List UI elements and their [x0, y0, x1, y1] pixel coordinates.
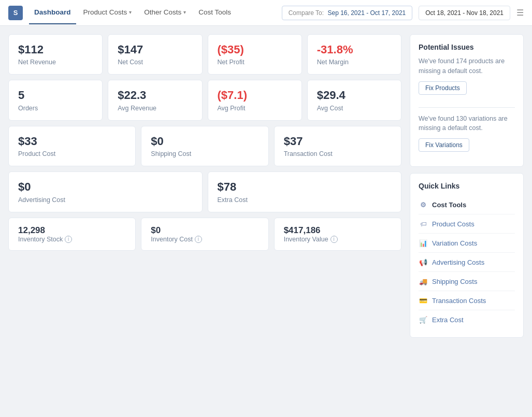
nav-dashboard-label: Dashboard [34, 8, 71, 16]
avg-revenue-label: Avg Revenue [118, 105, 192, 112]
inventory-value-text: Inventory Value [284, 236, 328, 243]
compare-date-value: Sep 16, 2021 - Oct 17, 2021 [327, 9, 406, 17]
quick-link-transaction-costs[interactable]: 💳 Transaction Costs [419, 291, 515, 310]
quick-link-extra-cost-label: Extra Cost [432, 316, 464, 324]
inventory-row: 12,298 Inventory Stock i $0 Inventory Co… [8, 218, 401, 251]
extra-cost-card: $78 Extra Cost [208, 171, 402, 212]
product-cost-card: $33 Product Cost [8, 126, 136, 166]
nav-other-costs-label: Other Costs [144, 8, 181, 16]
quick-link-advertising-costs[interactable]: 📢 Advertising Costs [419, 253, 515, 272]
costs-row-2: $0 Advertising Cost $78 Extra Cost [8, 171, 401, 212]
quick-link-advertising-costs-label: Advertising Costs [432, 258, 484, 266]
costs-row-1: $33 Product Cost $0 Shipping Cost $37 Tr… [8, 126, 401, 166]
inventory-stock-label: Inventory Stock i [18, 236, 72, 243]
orders-value: 5 [18, 89, 93, 102]
nav-cost-tools[interactable]: Cost Tools [193, 1, 236, 24]
inventory-stock-text: Inventory Stock [18, 236, 63, 243]
net-cost-value: $147 [118, 43, 192, 56]
sidebar: Potential Issues We've found 174 product… [410, 34, 524, 344]
truck-icon: 🚚 [419, 277, 428, 286]
transaction-cost-card: $37 Transaction Cost [274, 126, 401, 166]
avg-cost-label: Avg Cost [317, 105, 392, 112]
fix-products-button[interactable]: Fix Products [419, 81, 467, 95]
transaction-cost-value: $37 [284, 135, 392, 148]
avg-cost-card: $29.4 Avg Cost [307, 80, 401, 120]
shipping-cost-card: $0 Shipping Cost [141, 126, 268, 166]
quick-link-extra-cost[interactable]: 🛒 Extra Cost [419, 310, 515, 329]
inventory-stock-value: 12,298 [18, 225, 45, 236]
quick-link-shipping-costs[interactable]: 🚚 Shipping Costs [419, 272, 515, 291]
inventory-stock-info-icon[interactable]: i [65, 236, 72, 243]
net-profit-value: ($35) [218, 43, 292, 56]
quick-links-card: Quick Links ⚙ Cost Tools 🏷 Product Costs… [410, 173, 524, 338]
quick-link-cost-tools-label: Cost Tools [432, 201, 466, 209]
avg-profit-value: ($7.1) [218, 89, 292, 102]
page-content: $112 Net Revenue $147 Net Cost ($35) Net… [0, 26, 532, 352]
potential-issues-title: Potential Issues [419, 43, 515, 51]
product-cost-label: Product Cost [18, 150, 126, 157]
avg-profit-label: Avg Profit [218, 105, 292, 112]
quick-links-list: ⚙ Cost Tools 🏷 Product Costs 📊 Variation… [419, 195, 515, 329]
nav-product-costs-label: Product Costs [83, 8, 127, 16]
megaphone-icon: 📢 [419, 257, 428, 267]
orders-label: Orders [18, 105, 93, 112]
orders-card: 5 Orders [8, 80, 103, 120]
sidebar-divider-1 [419, 107, 515, 108]
inventory-cost-info-icon[interactable]: i [195, 236, 202, 243]
net-margin-label: Net Margin [317, 59, 392, 66]
date-range-value: Oct 18, 2021 - Nov 18, 2021 [425, 9, 504, 17]
potential-issues-card: Potential Issues We've found 174 product… [410, 34, 524, 167]
metrics-row-1: $112 Net Revenue $147 Net Cost ($35) Net… [8, 34, 401, 75]
tag-icon: 🏷 [419, 219, 428, 228]
avg-revenue-card: $22.3 Avg Revenue [108, 80, 202, 120]
compare-date-button[interactable]: Compare To: Sep 16, 2021 - Oct 17, 2021 [282, 6, 413, 20]
nav-cost-tools-label: Cost Tools [198, 8, 231, 16]
advertising-cost-card: $0 Advertising Cost [8, 171, 203, 212]
nav-product-costs[interactable]: Product Costs ▾ [78, 1, 137, 24]
date-range-button[interactable]: Oct 18, 2021 - Nov 18, 2021 [419, 6, 510, 20]
chevron-down-icon: ▾ [183, 9, 186, 15]
extra-cost-label: Extra Cost [218, 196, 392, 204]
inventory-value-label: Inventory Value i [284, 236, 338, 243]
quick-link-variation-costs[interactable]: 📊 Variation Costs [419, 234, 515, 253]
quick-link-product-costs[interactable]: 🏷 Product Costs [419, 214, 515, 234]
avg-revenue-value: $22.3 [118, 89, 192, 102]
compare-label: Compare To: [289, 9, 324, 17]
main-column: $112 Net Revenue $147 Net Cost ($35) Net… [8, 34, 401, 344]
quick-link-product-costs-label: Product Costs [432, 220, 475, 228]
advertising-cost-value: $0 [18, 180, 193, 194]
avg-cost-value: $29.4 [317, 89, 392, 102]
gear-icon: ⚙ [419, 200, 428, 209]
chart-icon: 📊 [419, 238, 428, 248]
avg-profit-card: ($7.1) Avg Profit [208, 80, 302, 120]
inventory-cost-label: Inventory Cost i [151, 236, 202, 243]
net-revenue-card: $112 Net Revenue [8, 34, 103, 75]
product-cost-value: $33 [18, 135, 126, 148]
chevron-down-icon: ▾ [129, 9, 132, 15]
nav-logo: S [8, 6, 23, 20]
nav-dashboard[interactable]: Dashboard [29, 1, 76, 24]
quick-link-cost-tools[interactable]: ⚙ Cost Tools [419, 195, 515, 214]
inventory-value-info-icon[interactable]: i [330, 236, 338, 243]
cart-icon: 🛒 [419, 315, 428, 324]
quick-links-title: Quick Links [419, 182, 515, 190]
net-margin-value: -31.8% [317, 43, 392, 56]
net-profit-card: ($35) Net Profit [208, 34, 302, 75]
variations-missing-msg: We've found 130 variations are missing a… [419, 114, 515, 134]
shipping-cost-value: $0 [151, 135, 258, 148]
quick-link-shipping-costs-label: Shipping Costs [432, 278, 477, 285]
metrics-row-2: 5 Orders $22.3 Avg Revenue ($7.1) Avg Pr… [8, 80, 401, 120]
quick-link-transaction-costs-label: Transaction Costs [432, 297, 486, 305]
net-profit-label: Net Profit [218, 59, 292, 66]
quick-link-variation-costs-label: Variation Costs [432, 239, 477, 247]
nav-other-costs[interactable]: Other Costs ▾ [139, 1, 191, 24]
navbar: S Dashboard Product Costs ▾ Other Costs … [0, 0, 532, 26]
net-cost-label: Net Cost [118, 59, 192, 66]
fix-variations-button[interactable]: Fix Variations [419, 138, 469, 152]
inventory-value-value: $417,186 [284, 225, 321, 236]
shipping-cost-label: Shipping Cost [151, 150, 258, 157]
net-cost-card: $147 Net Cost [108, 34, 202, 75]
card-icon: 💳 [419, 296, 428, 305]
menu-icon[interactable]: ☰ [516, 8, 524, 18]
products-missing-msg: We've found 174 products are missing a d… [419, 56, 515, 76]
